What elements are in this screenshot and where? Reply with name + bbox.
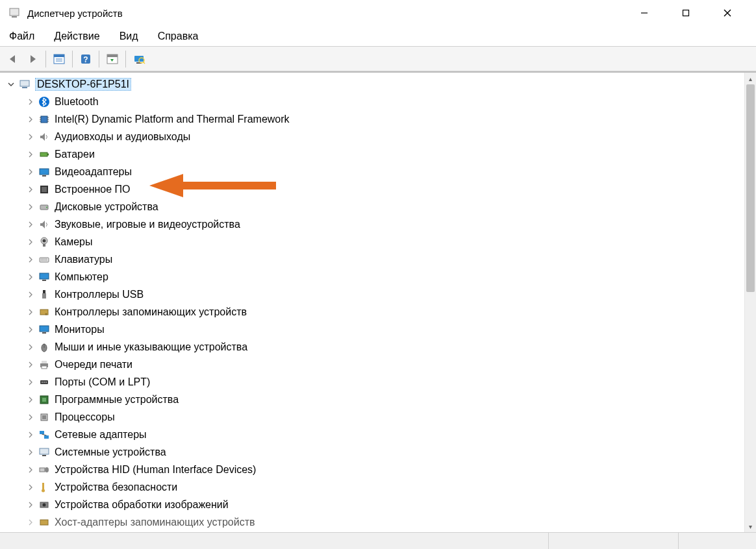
expand-icon[interactable] — [25, 131, 36, 143]
mouse-icon — [38, 341, 51, 354]
expand-icon[interactable] — [25, 499, 36, 511]
expand-icon[interactable] — [25, 464, 36, 476]
maximize-button[interactable] — [665, 0, 707, 26]
back-button[interactable] — [4, 50, 22, 68]
svg-rect-30 — [40, 169, 49, 175]
expand-icon[interactable] — [25, 149, 36, 160]
expand-icon[interactable] — [25, 254, 36, 265]
computer-icon — [18, 78, 31, 91]
menu-file[interactable]: Файл — [6, 28, 37, 45]
menu-help[interactable]: Справка — [155, 28, 201, 45]
tree-item-disk-drives[interactable]: Дисковые устройства — [5, 198, 744, 215]
expand-icon[interactable] — [25, 411, 36, 423]
forward-button[interactable] — [23, 50, 42, 68]
tree-item-label: Мониторы — [55, 324, 105, 336]
tree-item-software-devices[interactable]: Программные устройства — [5, 391, 744, 408]
expand-icon[interactable] — [25, 341, 36, 353]
svg-rect-0 — [10, 8, 19, 16]
software-icon — [38, 393, 51, 406]
expand-icon[interactable] — [25, 517, 36, 528]
storage-icon — [38, 306, 51, 319]
tree-item-label: Устройства безопасности — [55, 482, 177, 493]
expand-icon[interactable] — [25, 376, 36, 388]
close-button[interactable] — [707, 0, 748, 26]
device-tree[interactable]: DESKTOP-6F1P51I Bluetooth Intel(R) Dynam… — [0, 73, 744, 532]
tree-item-imaging-devices[interactable]: Устройства обработки изображений — [5, 496, 744, 513]
tree-item-monitors[interactable]: Мониторы — [5, 321, 744, 338]
menu-view[interactable]: Вид — [117, 28, 141, 45]
tree-item-intel-dptf[interactable]: Intel(R) Dynamic Platform and Thermal Fr… — [5, 110, 744, 128]
expand-icon[interactable] — [25, 271, 36, 283]
expand-icon[interactable] — [25, 114, 36, 125]
port-icon — [38, 376, 51, 389]
collapse-icon[interactable] — [5, 79, 17, 90]
tree-item-audio-io[interactable]: Аудиовходы и аудиовыходы — [5, 128, 744, 145]
minimize-button[interactable] — [624, 0, 665, 26]
tree-item-cameras[interactable]: Камеры — [5, 233, 744, 250]
expand-icon[interactable] — [25, 306, 36, 318]
tree-item-hid[interactable]: Устройства HID (Human Interface Devices) — [5, 461, 744, 478]
tree-item-security-devices[interactable]: Устройства безопасности — [5, 478, 744, 496]
svg-rect-74 — [40, 520, 48, 525]
tree-item-print-queues[interactable]: Очереди печати — [5, 356, 744, 373]
expand-icon[interactable] — [25, 324, 36, 336]
expand-icon[interactable] — [25, 359, 36, 371]
svg-rect-45 — [42, 293, 46, 299]
expand-icon[interactable] — [25, 289, 36, 300]
tree-root-node[interactable]: DESKTOP-6F1P51I — [5, 75, 744, 93]
tree-item-storage-controllers[interactable]: Контроллеры запоминающих устройств — [5, 303, 744, 321]
bluetooth-icon — [38, 95, 51, 108]
expand-icon[interactable] — [25, 482, 36, 493]
svg-rect-3 — [683, 10, 689, 16]
tree-item-processors[interactable]: Процессоры — [5, 408, 744, 426]
tree-item-firmware[interactable]: Встроенное ПО — [5, 180, 744, 198]
usb-icon — [38, 288, 51, 301]
tree-item-display-adapters[interactable]: Видеоадаптеры — [5, 163, 744, 180]
svg-line-17 — [144, 62, 145, 64]
tree-item-usb-controllers[interactable]: Контроллеры USB — [5, 286, 744, 303]
speaker-icon — [38, 218, 51, 231]
toolbar: ? — [0, 47, 756, 71]
tree-item-sound-video-game[interactable]: Звуковые, игровые и видеоустройства — [5, 215, 744, 233]
expand-icon[interactable] — [25, 236, 36, 248]
expand-icon[interactable] — [25, 394, 36, 406]
properties-button[interactable] — [103, 50, 121, 68]
tree-item-computer[interactable]: Компьютер — [5, 268, 744, 286]
svg-rect-48 — [40, 326, 49, 332]
menu-action[interactable]: Действие — [51, 28, 102, 45]
tree-item-system-devices[interactable]: Системные устройства — [5, 443, 744, 461]
expand-icon[interactable] — [25, 429, 36, 441]
svg-rect-63 — [40, 431, 44, 434]
tree-item-bluetooth[interactable]: Bluetooth — [5, 93, 744, 110]
expand-icon[interactable] — [25, 446, 36, 458]
network-icon — [38, 428, 51, 441]
tree-item-label: Видеоадаптеры — [55, 166, 132, 178]
battery-icon — [38, 148, 51, 161]
tree-item-batteries[interactable]: Батареи — [5, 145, 744, 163]
tree-item-storage-host[interactable]: Хост-адаптеры запоминающих устройств — [5, 513, 744, 531]
scroll-thumb[interactable] — [746, 84, 755, 292]
svg-rect-7 — [54, 55, 64, 57]
tree-item-ports[interactable]: Порты (COM и LPT) — [5, 373, 744, 391]
tree-item-network-adapters[interactable]: Сетевые адаптеры — [5, 426, 744, 443]
tree-item-label: Системные устройства — [55, 446, 166, 458]
svg-text:?: ? — [83, 55, 88, 64]
imaging-icon — [38, 498, 51, 511]
expand-icon[interactable] — [25, 184, 36, 195]
vertical-scrollbar[interactable]: ▴ ▾ — [744, 73, 756, 532]
tree-item-label: Дисковые устройства — [55, 201, 158, 213]
expand-icon[interactable] — [25, 166, 36, 178]
expand-icon[interactable] — [25, 201, 36, 213]
scan-hardware-button[interactable] — [130, 50, 148, 68]
toolbar-separator — [99, 51, 99, 67]
titlebar: Диспетчер устройств — [0, 0, 756, 26]
tree-item-keyboards[interactable]: Клавиатуры — [5, 250, 744, 268]
help-button[interactable]: ? — [77, 50, 95, 68]
scroll-down-icon[interactable]: ▾ — [745, 520, 756, 532]
tree-item-mice[interactable]: Мыши и иные указывающие устройства — [5, 338, 744, 356]
expand-icon[interactable] — [25, 96, 36, 108]
scroll-up-icon[interactable]: ▴ — [745, 73, 756, 84]
show-hide-console-tree-button[interactable] — [50, 50, 68, 68]
expand-icon[interactable] — [25, 219, 36, 230]
tree-item-label: Устройства HID (Human Interface Devices) — [55, 464, 256, 476]
